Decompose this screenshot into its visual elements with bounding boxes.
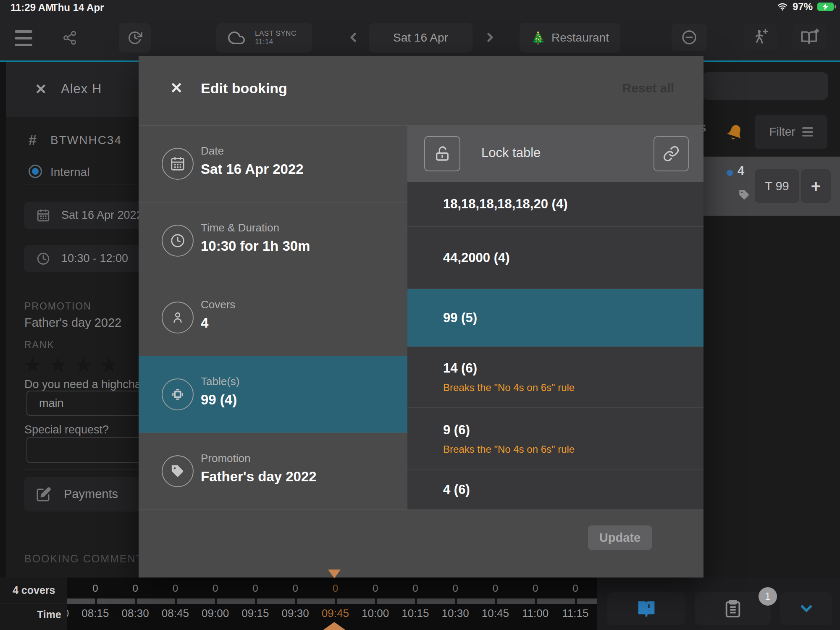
lock-table-button[interactable] [424,136,460,171]
table-option-warning: Breaks the "No 4s on 6s" rule [443,444,704,455]
menu-icon[interactable] [15,30,32,46]
field-label: Date [201,144,224,158]
minus-circle-icon [681,29,698,46]
top-bar: 11:29 AM Thu 14 Apr 97% [0,0,840,62]
date-button-label: Sat 16 Apr 2022 [61,209,143,222]
promotion-value: Father's day 2022 [24,316,121,330]
rank-stars[interactable]: ★ ★ ★ ★ [23,353,118,377]
add-walkin-button[interactable] [744,24,777,50]
slot-time-label: 09:15 [235,607,275,620]
table-option[interactable]: 99 (5) [407,289,704,347]
booking-row[interactable]: 4 T 99 + [697,157,840,215]
battery-icon [817,2,837,12]
slot-time-label: 11:00 [515,607,555,620]
close-icon[interactable]: ✕ [35,81,47,97]
table-icon [162,378,194,410]
person-icon [162,302,194,333]
timeline-scroll-track[interactable] [67,598,597,604]
cloud-icon [227,29,246,46]
field-date[interactable]: Date Sat 16 Apr 2022 [139,125,407,202]
rank-label: RANK [24,339,55,351]
source-radio[interactable] [29,165,42,178]
edit-icon [36,487,51,502]
link-tables-button[interactable] [654,136,689,171]
modal-title: Edit booking [201,80,287,97]
collapse-button[interactable] [780,592,832,625]
screen: 11:29 AM Thu 14 Apr 97% [0,0,840,630]
tag-icon [162,455,194,487]
current-time-marker-bottom [323,622,346,630]
slot-covers-count: 0 [195,583,235,594]
nav-date-button[interactable]: Sat 16 Apr [369,23,472,52]
notification-bell-icon[interactable] [727,123,743,141]
field-tables[interactable]: Table(s) 99 (4) [139,356,407,433]
last-sync-label: LAST SYNC [255,29,297,38]
add-booking-button[interactable] [793,24,827,50]
update-button[interactable]: Update [588,525,652,550]
star-icon: ★ [23,353,42,377]
source-label: Internal [50,165,89,179]
last-sync-button[interactable]: LAST SYNC 11:14 [216,23,312,52]
booking-fields-column: Date Sat 16 Apr 2022 Time & Duration 10:… [139,125,407,509]
field-value: 4 [201,315,208,331]
tag-icon [738,189,750,201]
unlock-icon [434,145,451,162]
guest-name: Alex H [61,81,102,97]
venue-button[interactable]: 🎄 Restaurant [520,23,620,52]
status-date: Thu 14 Apr [52,2,104,13]
table-option[interactable]: 4 (6) [407,470,704,509]
chevron-right-icon[interactable] [483,30,497,45]
row-covers-count: 4 [738,164,744,178]
table-option[interactable]: 44,2000 (4) [407,227,704,289]
covers-row-label: 4 covers [13,584,55,596]
slot-covers-count: 0 [436,583,475,594]
field-time-duration[interactable]: Time & Duration 10:30 for 1h 30m [139,202,407,279]
highchair-question: Do you need a highchair? [24,378,154,391]
chevron-left-icon[interactable] [346,30,360,45]
clock-icon [162,225,194,257]
table-option-label: 44,2000 (4) [443,250,704,265]
field-promotion[interactable]: Promotion Father's day 2022 [139,433,407,509]
slot-time-label: 08:45 [155,607,195,620]
table-options-list: 18,18,18,18,18,20 (4) 44,2000 (4) 99 (5) [407,182,704,509]
block-table-button[interactable] [672,24,707,51]
field-value: Sat 16 Apr 2022 [201,161,304,177]
modal-footer: Update [139,509,704,578]
star-icon: ★ [74,353,93,377]
slot-covers-count: 0 [75,583,115,594]
book-plus-icon [801,28,819,46]
table-option[interactable]: 18,18,18,18,18,20 (4) [407,182,704,227]
wifi-icon [777,2,788,12]
close-icon[interactable]: ✕ [170,79,183,97]
add-to-table-button[interactable]: + [801,169,831,203]
timeline-label-column: 4 covers Time [0,578,67,630]
bookings-view-button[interactable] [607,592,685,625]
reset-all-button[interactable]: Reset all [622,81,674,95]
search-input[interactable] [702,72,828,100]
share-icon[interactable] [62,30,77,45]
field-covers[interactable]: Covers 4 [139,279,407,356]
slot-time-label: 09:45 [315,607,355,620]
table-option-label: 99 (5) [443,310,704,326]
slot-time-label: 10:00 [355,607,395,620]
table-chip[interactable]: T 99 [755,169,799,203]
divider [0,604,67,604]
slot-time-label: 08:30 [116,607,155,620]
slot-covers-count: 0 [355,583,395,594]
table-option[interactable]: 14 (6) Breaks the "No 4s on 6s" rule [407,347,704,408]
field-label: Promotion [201,452,251,465]
table-option-label: 18,18,18,18,18,20 (4) [443,197,704,212]
table-chip-label: T 99 [765,179,789,193]
filter-button[interactable]: Filter [755,115,827,149]
sync-history-button[interactable] [119,23,151,52]
chevron-down-icon [797,600,816,617]
slot-covers-count: 0 [515,583,555,594]
slot-covers-count: 0 [116,583,155,594]
table-picker-column: Lock table 18,18,18,18,18,20 (4) [407,125,704,509]
status-dot [727,170,733,176]
time-row-label: Time [37,609,61,621]
table-option-warning: Breaks the "No 4s on 6s" rule [443,382,704,394]
update-button-label: Update [599,531,640,545]
table-option[interactable]: 9 (6) Breaks the "No 4s on 6s" rule [407,408,704,470]
slot-covers-count: 0 [315,583,355,594]
